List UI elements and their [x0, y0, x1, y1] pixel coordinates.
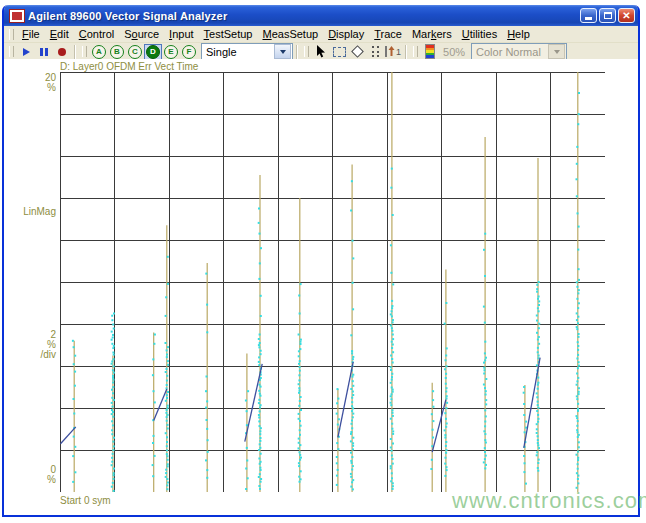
pointer-icon: [316, 45, 326, 58]
band-markers-icon: [372, 46, 379, 57]
title-bar[interactable]: Agilent 89600 Vector Signal Analyzer ✕: [4, 5, 638, 26]
play-icon: [23, 48, 30, 56]
toolbar-separator: [74, 45, 76, 59]
color-mode-select[interactable]: Color Normal: [471, 43, 567, 60]
toolbar-grip-2: [82, 46, 87, 57]
peak-marker-icon: 1: [385, 46, 401, 57]
menu-meassetup[interactable]: MeasSetup: [257, 27, 323, 41]
pause-icon: [40, 48, 48, 56]
marker-tool-button[interactable]: [348, 44, 366, 60]
screen: { "window": { "title": "Agilent 89600 Ve…: [0, 0, 646, 523]
measurement-display: D: Layer0 OFDM Err Vect Time 20 % LinMag…: [4, 59, 638, 515]
close-icon: ✕: [622, 11, 630, 21]
toolbar-grip-4: [413, 46, 418, 57]
sweep-mode-select[interactable]: Single: [201, 43, 293, 60]
toolbar-grip-3: [304, 46, 309, 57]
menu-input[interactable]: Input: [164, 27, 198, 41]
colorbar-icon: [425, 44, 435, 59]
window-title: Agilent 89600 Vector Signal Analyzer: [28, 10, 578, 22]
minimize-button[interactable]: [580, 8, 597, 23]
menu-file[interactable]: File: [17, 27, 45, 41]
menu-bar: File Edit Control Source Input TestSetup…: [4, 26, 638, 43]
menu-display[interactable]: Display: [323, 27, 369, 41]
toolbar-separator: [405, 45, 407, 59]
y-axis-per-div-text: /div: [6, 350, 56, 360]
menu-markers[interactable]: Markers: [407, 27, 457, 41]
sweep-mode-value: Single: [206, 46, 273, 58]
menu-source[interactable]: Source: [119, 27, 164, 41]
selection-rect-icon: [333, 47, 346, 57]
sweep-mode-dropdown-button[interactable]: [274, 44, 291, 59]
trace-plot: [60, 72, 605, 492]
color-mode-value: Color Normal: [476, 46, 547, 58]
zoom-level-label: 50%: [443, 46, 465, 58]
record-button[interactable]: [53, 44, 71, 60]
y-axis-scale-type: LinMag: [6, 207, 56, 217]
maximize-button[interactable]: [599, 8, 616, 23]
toolbar: A B C D E F Single 1 50%: [4, 43, 638, 60]
app-icon: [9, 9, 25, 23]
menubar-grip: [9, 29, 14, 40]
peak-search-button[interactable]: 1: [384, 44, 402, 60]
x-axis-start-label: Start 0 sym: [60, 495, 111, 506]
menu-edit[interactable]: Edit: [45, 27, 74, 41]
diamond-marker-icon: [351, 45, 364, 58]
menu-control[interactable]: Control: [74, 27, 119, 41]
minimize-icon: [585, 17, 592, 20]
color-mode-dropdown-button[interactable]: [548, 44, 565, 59]
trace-button-d[interactable]: D: [144, 44, 162, 60]
maximize-icon: [604, 12, 612, 19]
pause-button[interactable]: [35, 44, 53, 60]
watermark: www.cntronics.com: [452, 488, 646, 514]
menu-utilities[interactable]: Utilities: [457, 27, 502, 41]
trace-button-f[interactable]: F: [180, 44, 198, 60]
chevron-down-icon: [554, 50, 560, 54]
toolbar-separator: [296, 45, 298, 59]
trace-button-e[interactable]: E: [162, 44, 180, 60]
y-axis-bottom-unit: %: [6, 475, 56, 485]
pointer-tool-button[interactable]: [312, 44, 330, 60]
close-button[interactable]: ✕: [618, 8, 635, 23]
trace-button-a[interactable]: A: [90, 44, 108, 60]
trace-title: D: Layer0 OFDM Err Vect Time: [60, 61, 198, 72]
play-button[interactable]: [17, 44, 35, 60]
menu-testsetup[interactable]: TestSetup: [199, 27, 258, 41]
band-markers-button[interactable]: [366, 44, 384, 60]
menu-help[interactable]: Help: [502, 27, 535, 41]
menu-trace[interactable]: Trace: [369, 27, 407, 41]
toolbar-grip-1: [9, 46, 14, 57]
app-window: Agilent 89600 Vector Signal Analyzer ✕ F…: [2, 5, 640, 517]
plot-area[interactable]: [60, 72, 605, 492]
chevron-down-icon: [280, 50, 286, 54]
zoom-select-tool-button[interactable]: [330, 44, 348, 60]
trace-button-b[interactable]: B: [108, 44, 126, 60]
record-icon: [58, 48, 66, 56]
trace-button-c[interactable]: C: [126, 44, 144, 60]
color-scale-button[interactable]: [421, 44, 439, 60]
y-axis-top-unit: %: [6, 83, 56, 93]
